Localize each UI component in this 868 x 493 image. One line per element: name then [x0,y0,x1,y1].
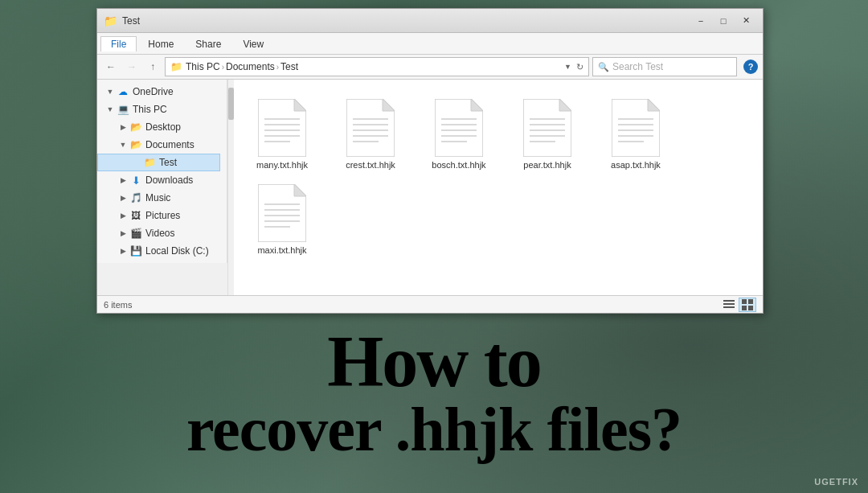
svg-rect-48 [748,306,753,310]
sidebar-container: ▼ ☁ OneDrive ▼ 💻 This PC ▶ 📂 Desktop [97,80,234,295]
svg-rect-42 [723,300,735,302]
address-folder-icon: 📁 [170,61,182,72]
overlay-line2: recover .hhjk files? [0,398,868,461]
address-breadcrumb: This PC › Documents › Test [186,61,298,72]
pictures-icon: 🖼 [129,209,142,222]
onedrive-icon: ☁ [117,85,129,98]
videos-icon: 🎬 [129,227,142,240]
list-item[interactable]: maxi.txt.hhjk [242,181,322,258]
address-box[interactable]: 📁 This PC › Documents › Test ▼ ↻ [165,57,589,76]
expand-icon: ▶ [117,209,129,222]
list-item[interactable]: crest.txt.hhjk [330,96,411,173]
list-item[interactable]: many.txt.hhjk [242,96,322,173]
file-icon [258,184,306,242]
minimize-button[interactable]: − [690,13,711,29]
downloads-icon: ⬇ [129,174,142,187]
sidebar-scrollbar[interactable] [227,80,234,295]
bread-thispc[interactable]: This PC [186,61,220,72]
list-item[interactable]: bosch.txt.hhjk [419,96,499,173]
file-icon [258,99,306,157]
bread-documents[interactable]: Documents [226,61,275,72]
status-bar: 6 items [97,295,763,313]
file-icon [523,99,571,157]
expand-icon: ▼ [104,103,117,116]
title-bar-icons: 📁 [104,14,117,27]
file-icon [612,99,660,157]
svg-marker-36 [294,184,306,196]
sidebar-item-documents[interactable]: ▼ 📂 Documents [97,136,220,154]
sidebar-label-onedrive: OneDrive [133,86,174,97]
address-dropdown-icon[interactable]: ▼ [564,63,571,71]
tab-home[interactable]: Home [137,36,184,51]
maximize-button[interactable]: □ [713,13,734,29]
sidebar-item-localdisk[interactable]: ▶ 💾 Local Disk (C:) [97,242,220,260]
file-name: bosch.txt.hhjk [432,160,485,170]
folder-icon: 📂 [129,138,142,151]
file-name: maxi.txt.hhjk [257,245,306,255]
folder-icon: 📂 [129,121,142,134]
sidebar-item-thispc[interactable]: ▼ 💻 This PC [97,101,220,118]
view-details-button[interactable] [720,298,738,312]
sidebar-label-documents: Documents [145,139,194,150]
close-button[interactable]: ✕ [735,13,756,29]
svg-rect-47 [742,306,747,310]
expand-icon: ▶ [117,121,129,134]
file-name: many.txt.hhjk [256,160,308,170]
svg-rect-46 [748,299,753,304]
search-icon: 🔍 [598,62,609,72]
svg-rect-44 [723,306,735,308]
music-icon: 🎵 [129,191,142,204]
sidebar-label-videos: Videos [145,228,174,239]
disk-icon: 💾 [129,244,142,257]
help-button[interactable]: ? [743,60,758,74]
bread-sep2: › [276,63,279,72]
file-name: crest.txt.hhjk [346,160,395,170]
svg-marker-8 [383,99,395,111]
item-count: 6 items [104,300,132,310]
view-toggle [720,298,756,312]
folder-icon: 📁 [143,156,156,169]
bread-test[interactable]: Test [280,61,298,72]
sidebar-scrollbar-thumb [228,88,234,120]
search-box[interactable]: 🔍 Search Test [592,57,737,76]
list-item[interactable]: asap.txt.hhjk [596,96,676,173]
sidebar-label-localdisk: Local Disk (C:) [145,245,209,257]
sidebar-item-pictures[interactable]: ▶ 🖼 Pictures [97,207,220,224]
sidebar-item-videos[interactable]: ▶ 🎬 Videos [97,224,220,242]
sidebar-item-music[interactable]: ▶ 🎵 Music [97,189,220,207]
back-button[interactable]: ← [102,58,120,76]
sidebar-item-onedrive[interactable]: ▼ ☁ OneDrive [97,83,220,101]
window-icon: 📁 [104,14,117,27]
expand-icon: ▼ [117,138,129,151]
sidebar-label-pictures: Pictures [145,210,180,221]
sidebar-label-thispc: This PC [133,104,167,115]
window-title: Test [122,15,690,27]
ribbon: File Home Share View [97,33,763,55]
svg-marker-15 [471,99,483,111]
sidebar-item-desktop[interactable]: ▶ 📂 Desktop [97,118,220,136]
sidebar-item-downloads[interactable]: ▶ ⬇ Downloads [97,171,220,189]
view-large-icons-button[interactable] [739,298,756,312]
sidebar-label-test: Test [159,157,177,168]
watermark: UGETFIX [814,477,858,487]
address-bar-row: ← → ↑ 📁 This PC › Documents › Test ▼ ↻ 🔍… [97,55,763,80]
file-icon [435,99,483,157]
svg-marker-22 [559,99,571,111]
tab-file[interactable]: File [100,36,137,51]
title-bar-controls: − □ ✕ [690,13,756,29]
tab-view[interactable]: View [232,36,274,51]
sidebar-item-test[interactable]: 📁 Test [97,154,220,171]
svg-rect-43 [723,303,735,305]
forward-button[interactable]: → [123,58,141,76]
title-bar: 📁 Test − □ ✕ [97,9,763,33]
up-button[interactable]: ↑ [144,58,162,76]
svg-marker-1 [294,99,306,111]
file-icon [346,99,395,157]
sidebar-label-desktop: Desktop [145,121,181,133]
search-placeholder: Search Test [612,61,663,72]
list-item[interactable]: pear.txt.hhjk [507,96,588,173]
tab-share[interactable]: Share [185,36,231,51]
svg-marker-29 [648,99,660,111]
address-refresh-icon[interactable]: ↻ [576,62,583,72]
sidebar-label-music: Music [145,192,170,203]
